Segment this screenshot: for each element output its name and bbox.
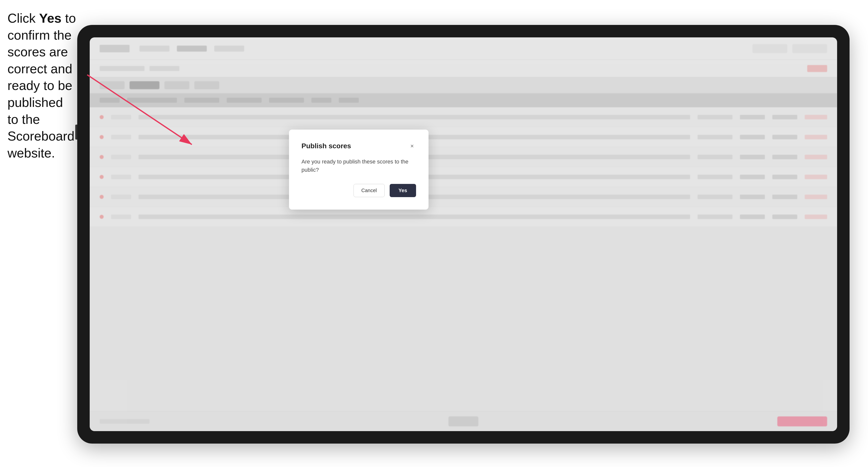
dialog-header: Publish scores × (302, 142, 416, 150)
instruction-part2: to confirm the scores are correct and re… (7, 11, 76, 160)
tablet-device: Publish scores × Are you ready to publis… (77, 25, 849, 443)
dialog-close-button[interactable]: × (408, 142, 416, 150)
modal-overlay (90, 37, 837, 431)
dialog-message: Are you ready to publish these scores to… (302, 157, 416, 174)
cancel-button[interactable]: Cancel (353, 184, 384, 197)
tablet-side-button (75, 125, 77, 139)
tablet-screen: Publish scores × Are you ready to publis… (90, 37, 837, 431)
dialog-actions: Cancel Yes (302, 184, 416, 197)
instruction-text: Click Yes to confirm the scores are corr… (7, 10, 77, 161)
instruction-bold: Yes (39, 11, 62, 25)
yes-button[interactable]: Yes (390, 184, 416, 197)
dialog-title: Publish scores (302, 142, 351, 150)
instruction-part1: Click (7, 11, 39, 25)
publish-scores-dialog: Publish scores × Are you ready to publis… (289, 130, 429, 210)
dialog-body: Are you ready to publish these scores to… (302, 157, 416, 174)
